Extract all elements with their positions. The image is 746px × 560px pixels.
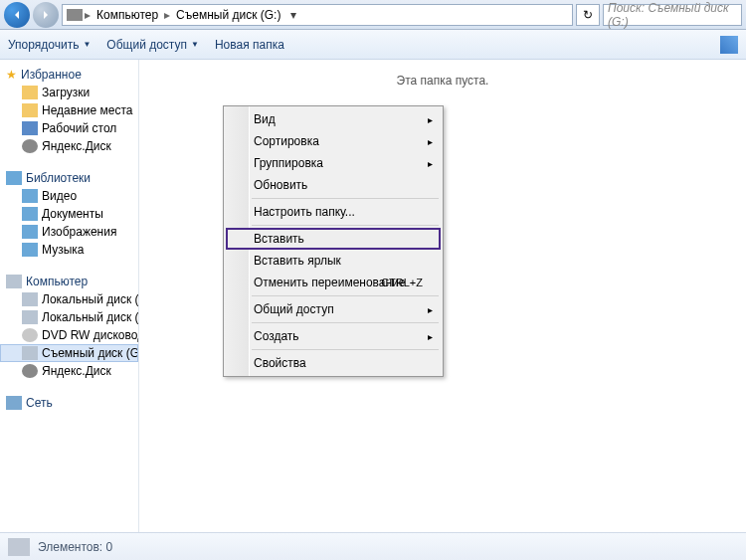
video-icon [22,189,38,203]
folder-icon [22,103,38,117]
sidebar-header-libraries[interactable]: Библиотеки [0,169,138,187]
folder-icon [22,86,38,99]
sidebar-header-favorites[interactable]: ★Избранное [0,66,138,84]
sidebar-item-yandex-drive[interactable]: Яндекс.Диск [0,362,138,380]
sidebar-label: Яндекс.Диск [42,139,111,153]
ctx-refresh[interactable]: Обновить [226,174,441,196]
ctx-paste[interactable]: Вставить [226,228,441,250]
ctx-label: Вид [254,112,276,126]
network-icon [6,396,22,410]
status-elements-count: Элементов: 0 [38,540,112,554]
sidebar-group-libraries: Библиотеки Видео Документы Изображения М… [0,169,138,259]
share-label: Общий доступ [106,38,187,52]
sidebar-label: Избранное [21,68,82,82]
drive-icon [22,346,38,360]
sidebar-item-video[interactable]: Видео [0,187,138,205]
ctx-customize[interactable]: Настроить папку... [226,201,441,223]
navigation-pane: ★Избранное Загрузки Недавние места Рабоч… [0,60,139,532]
library-icon [6,171,22,185]
star-icon: ★ [6,68,17,82]
sidebar-label: Рабочий стол [42,121,116,135]
sidebar-label: Съемный диск (G:) [42,346,138,360]
back-button[interactable] [4,2,30,28]
share-menu[interactable]: Общий доступ▼ [106,38,199,52]
sidebar-item-drive-c[interactable]: Локальный диск (C:) [0,290,138,308]
sidebar-label: Изображения [42,225,116,239]
pictures-icon [22,225,38,239]
ctx-share[interactable]: Общий доступ▸ [226,298,441,320]
disc-icon [22,328,38,342]
breadcrumb-drive[interactable]: Съемный диск (G:) [172,8,284,22]
sidebar-item-desktop[interactable]: Рабочий стол [0,119,138,137]
sidebar-label: Документы [42,207,103,221]
chevron-right-icon: ▸ [428,158,433,169]
sidebar-label: Локальный диск (D:) [42,310,138,324]
ctx-label: Сортировка [254,134,319,148]
sidebar-item-documents[interactable]: Документы [0,205,138,223]
sidebar-label: Загрузки [42,86,90,99]
sidebar-label: Библиотеки [26,171,91,185]
ctx-new[interactable]: Создать▸ [226,325,441,347]
chevron-down-icon: ▼ [83,40,91,49]
sidebar-label: Музыка [42,243,84,257]
organize-menu[interactable]: Упорядочить▼ [8,38,91,52]
sidebar-label: Локальный диск (C:) [42,292,138,306]
yandex-icon [22,364,38,378]
new-folder-button[interactable]: Новая папка [215,38,284,52]
ctx-group[interactable]: Группировка▸ [226,152,441,174]
breadcrumb-computer[interactable]: Компьютер [93,8,162,22]
sidebar-label: Компьютер [26,275,88,288]
ctx-label: Свойства [254,356,306,370]
ctx-properties[interactable]: Свойства [226,352,441,374]
breadcrumb[interactable]: ▸ Компьютер ▸ Съемный диск (G:) ▾ [62,4,573,26]
breadcrumb-dropdown[interactable]: ▾ [286,8,300,22]
search-input[interactable]: Поиск: Съемный диск (G:) [603,4,742,26]
empty-folder-message: Эта папка пуста. [139,74,746,88]
chevron-right-icon: ▸ [85,8,91,22]
sidebar-header-network[interactable]: Сеть [0,394,138,412]
refresh-button[interactable]: ↻ [576,4,600,26]
sidebar-item-recent[interactable]: Недавние места [0,101,138,119]
sidebar-item-music[interactable]: Музыка [0,241,138,259]
status-bar: Элементов: 0 [0,532,746,560]
sidebar-header-computer[interactable]: Компьютер [0,273,138,290]
separator [252,198,439,199]
sidebar-label: Яндекс.Диск [42,364,111,378]
ctx-undo-rename[interactable]: Отменить переименованиеCTRL+Z [226,272,441,293]
ctx-label: Создать [254,329,299,343]
music-icon [22,243,38,257]
ctx-label: Вставить [254,232,304,246]
separator [252,322,439,323]
separator [252,295,439,296]
sidebar-item-removable-g[interactable]: Съемный диск (G:) [0,344,138,362]
ctx-label: Обновить [254,178,307,192]
organize-label: Упорядочить [8,38,79,52]
address-bar: ▸ Компьютер ▸ Съемный диск (G:) ▾ ↻ Поис… [0,0,746,30]
desktop-icon [22,121,38,135]
yandex-icon [22,139,38,153]
view-options-button[interactable] [720,36,738,54]
documents-icon [22,207,38,221]
chevron-right-icon: ▸ [428,114,433,125]
separator [252,349,439,350]
ctx-label: Вставить ярлык [254,254,341,268]
ctx-label: Группировка [254,156,323,170]
sidebar-group-network: Сеть [0,394,138,412]
ctx-view[interactable]: Вид▸ [226,108,441,130]
sidebar-item-pictures[interactable]: Изображения [0,223,138,241]
sidebar-item-downloads[interactable]: Загрузки [0,84,138,101]
drive-icon [8,538,30,556]
forward-button[interactable] [33,2,59,28]
sidebar-item-yandex[interactable]: Яндекс.Диск [0,137,138,155]
refresh-icon: ↻ [583,8,593,22]
ctx-paste-shortcut[interactable]: Вставить ярлык [226,250,441,272]
drive-icon [67,9,83,21]
ctx-sort[interactable]: Сортировка▸ [226,130,441,152]
sidebar-item-drive-d[interactable]: Локальный диск (D:) [0,308,138,326]
chevron-right-icon: ▸ [428,304,433,315]
sidebar-item-dvd[interactable]: DVD RW дисковод ( [0,326,138,344]
chevron-right-icon: ▸ [164,8,170,22]
separator [252,225,439,226]
chevron-right-icon: ▸ [428,331,433,342]
ctx-label: Настроить папку... [254,205,355,219]
